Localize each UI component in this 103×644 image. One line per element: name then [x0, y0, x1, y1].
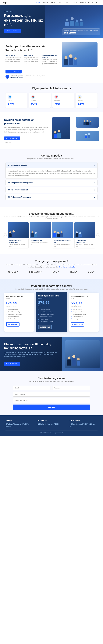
potential-note: Odkryj i Pracuj: [4, 142, 50, 143]
why-left: Dlaczego warto wybrać Firmę Usług Konsul…: [0, 337, 62, 371]
partner-item-2: Nasza wizja Sample Text: Click to select…: [24, 54, 39, 66]
footer-grid: Sydney 89 Va Havu Rd, Agincourt NSW 2077…: [6, 420, 98, 428]
accordion-item-3: 04. Performance Management ∨: [6, 194, 98, 200]
stat-label-3: Mentoring: [78, 100, 83, 101]
logo-evga: EVGA: [52, 271, 59, 273]
plan-period-2: Oszczędny na rok: [71, 306, 97, 307]
contact-section: Skontaktuj się z nami Masz jakieś pytani…: [0, 371, 103, 415]
logo-sony: SONY: [88, 271, 95, 273]
plan-price-1: $79,99: [38, 300, 65, 305]
stat-card-0: 👥 Kominki 67%: [6, 93, 28, 108]
accordion-header-3[interactable]: 04. Performance Management ∨: [6, 194, 97, 200]
footer-la-title: Los Angeles: [70, 420, 98, 422]
stat-value-2: 75%: [54, 102, 60, 106]
accordion-label-0: 01. Recruitment Staffing: [8, 164, 27, 166]
logos-grid: CROLLA ◈ BINANCE EVGA TESLA SONY: [4, 271, 99, 274]
pricing-title: Wybierz najlepszy plan cenowy: [4, 284, 99, 288]
plan-tagline-0: dla firm: [6, 298, 32, 299]
nav-page5[interactable]: PAGE 5: [80, 2, 86, 4]
nav-page3[interactable]: PAGE 3: [66, 2, 71, 4]
stat-label-2: Rekrutacja: [54, 100, 60, 101]
contact-subtitle: Masz jakieś pytania lub uwagi? Po prostu…: [8, 381, 95, 382]
plan-tagline-1: dla firm: [38, 297, 65, 299]
pricing-card-1: Plan HR przedsiębiorstwa dla firm $79,99…: [36, 292, 67, 332]
why-section: Dlaczego warto wybrać Firmę Usług Konsul…: [0, 337, 103, 371]
talent-card-body-1: Rekrutacja HR Sample text to enter in th…: [30, 238, 51, 247]
stat-card-3: 🔒 Mentoring 62%: [76, 93, 98, 108]
partner-image: [62, 42, 98, 67]
hero-floating-card: Jesteśmy do dyspozycji 24 godziny na dob…: [62, 28, 100, 36]
logo: logo: [3, 1, 7, 4]
drives-section: Co nas napędza Sample text to enter in t…: [0, 148, 103, 207]
logo-tesla: TESLA: [70, 271, 78, 273]
accordion-header-2[interactable]: 03. Training Development ∨: [6, 187, 97, 193]
talent-card-3: Przeniesienie handlowców Sample text to …: [74, 222, 95, 248]
footer-col-melbourne: Melbourne 123 Collins St, Melbourne VIC …: [38, 420, 65, 428]
partner-section: MARZEC 31, 2020 Jeden partner dla wszyst…: [0, 38, 103, 83]
phone-icon: 📞: [6, 75, 9, 79]
carousel-prev-button[interactable]: ‹: [3, 233, 6, 237]
nav-page2[interactable]: PAGE 2: [58, 2, 64, 4]
talent-card-body-0: Pozyskanie kadry kierowniczej Sample tex…: [8, 238, 28, 248]
talent-carousel: ‹ Pozyskanie kadr: [3, 222, 100, 248]
accordion-header-0[interactable]: 01. Recruitment Staffing ∧: [6, 162, 97, 168]
nav-page6[interactable]: PAGE 6: [88, 2, 93, 4]
logo-crolla: CROLLA: [8, 271, 18, 273]
stat-icon-1: 📚: [31, 95, 35, 99]
footer-melbourne-title: Melbourne: [38, 420, 65, 422]
partner-cta-button[interactable]: CZYTAJ WIĘCEJ: [6, 70, 22, 74]
drives-title: Co nas napędza: [6, 154, 98, 157]
footer-bottom: © 2024 HR Consulting. All rights reserve…: [6, 430, 98, 434]
nav-page4[interactable]: PAGE 4: [73, 2, 78, 4]
partner-phone: 📞 Jesteśmy do dyspozycji 24 godziny na d…: [6, 75, 58, 79]
accordion-header-1[interactable]: 02. Compensation Management ∨: [6, 180, 97, 186]
accordion-label-2: 03. Training Development: [8, 189, 28, 191]
footer: Sydney 89 Va Havu Rd, Agincourt NSW 2077…: [0, 415, 103, 436]
potential-section: Uwolnij swój potencjał przywódczy Zaakce…: [0, 112, 103, 148]
chevron-down-icon-2: ∨: [94, 189, 95, 191]
potential-cta-button[interactable]: CZYTAJ WIĘCEJ: [4, 136, 20, 140]
logos-desc: Paragraf tekst Lorem ipsum dolor sit ame…: [4, 264, 99, 268]
submit-button[interactable]: WYŚLIJ: [13, 404, 90, 410]
plan-cta-button-2[interactable]: WYBIERZ PLAN: [71, 322, 84, 326]
talent-section: Znalezienie odpowiedniego talentu Sample…: [0, 207, 103, 254]
phone-field[interactable]: [13, 392, 90, 396]
plan-name-1: Plan HR przedsiębiorstwa: [38, 295, 65, 297]
message-field[interactable]: [13, 398, 90, 403]
nav-contact[interactable]: CONTACT: [42, 2, 49, 4]
plan-cta-button-0[interactable]: WYBIERZ PLAN: [6, 322, 20, 326]
talent-subtitle: Sample text to enter in the text box. Cl…: [3, 216, 100, 219]
why-title: Dlaczego warto wybrać Firmę Usług Konsul…: [4, 342, 58, 350]
plan-price-2: $59,99: [71, 301, 97, 305]
plan-cta-button-1[interactable]: WYBIERZ PLAN: [38, 325, 52, 329]
stat-value-0: 67%: [8, 102, 14, 106]
stat-card-2: 🎯 Rekrutacja 75%: [52, 93, 74, 108]
accordion-label-3: 04. Performance Management: [8, 196, 31, 198]
nav-page1[interactable]: PAGE 1: [51, 2, 56, 4]
email-field[interactable]: [13, 386, 51, 390]
accordion-item-2: 03. Training Development ∨: [6, 187, 98, 193]
stat-value-3: 62%: [78, 102, 84, 106]
carousel-next-button[interactable]: ›: [96, 233, 100, 237]
logos-section: Pracujemy z najlepszymi! Paragraf tekst …: [0, 254, 103, 279]
stats-title: Wynagrodzenia i świadczenia: [6, 87, 98, 90]
accordion-item-1: 02. Compensation Management ∨: [6, 180, 98, 186]
name-field[interactable]: [52, 386, 90, 390]
potential-text: Zaakceptować Egzamin jest est elit. Null…: [4, 126, 50, 133]
footer-sydney-address: 89 Va Havu Rd, Agincourt NSW 2077, Austr…: [6, 423, 33, 428]
nav-page7[interactable]: PAGE 7: [95, 2, 100, 4]
hero-section: Home / Branch Porozmawiaj z ekspertem ds…: [0, 5, 103, 38]
hero-title: Porozmawiaj z ekspertem ds. HR już dziś: [4, 13, 51, 27]
stat-value-1: 90%: [31, 102, 37, 106]
talent-card-1: Rekrutacja HR Sample text to enter in th…: [30, 222, 51, 248]
partner-title: Jeden partner dla wszystkich Twoich potr…: [6, 44, 58, 52]
hero-cta-button[interactable]: CZYTAJ WIĘCEJ: [4, 29, 21, 33]
hero-breadcrumb: Home / Branch: [4, 11, 51, 12]
talent-card-image-1: [30, 222, 51, 238]
why-cta-button[interactable]: CZYTAJ WIĘCEJ: [4, 362, 20, 366]
pricing-section: Wybierz najlepszy plan cenowy Do naszej …: [0, 279, 103, 337]
accordion-label-1: 02. Compensation Management: [8, 182, 32, 184]
stat-label-1: Szkolenia: [31, 100, 36, 101]
nav-home[interactable]: HOME: [36, 2, 40, 4]
accordion-item-0: 01. Recruitment Staffing ∧ Answer: Lorem…: [6, 162, 98, 179]
